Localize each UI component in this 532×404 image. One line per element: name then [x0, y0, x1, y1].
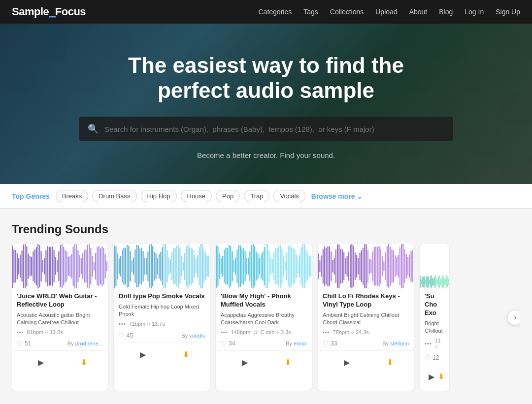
card-controls: ▶ ⬇	[420, 365, 449, 385]
card-tag[interactable]: Carefree	[38, 319, 59, 325]
play-button[interactable]: ▶	[339, 355, 355, 371]
nav-about[interactable]: About	[409, 8, 428, 16]
card-tag[interactable]: Dark	[267, 319, 279, 325]
download-button[interactable]: ⬇	[438, 372, 444, 381]
card-tag[interactable]: Chord	[323, 319, 337, 325]
svg-rect-162	[283, 256, 284, 277]
svg-rect-32	[63, 247, 64, 286]
svg-rect-26	[54, 250, 55, 282]
play-button[interactable]: ▶	[135, 346, 151, 362]
card-tag[interactable]: Chillout	[425, 328, 443, 334]
card-tag[interactable]: Classical	[339, 319, 361, 325]
svg-rect-110	[194, 255, 195, 278]
card-tag[interactable]: Aggressive	[247, 312, 274, 318]
svg-rect-96	[171, 252, 172, 281]
card-author-link[interactable]: eroxx	[294, 341, 307, 346]
card-tag[interactable]: Chillout	[381, 312, 399, 318]
svg-rect-276	[437, 277, 438, 286]
card-tag[interactable]: Hip hop	[151, 304, 169, 310]
card-author-link[interactable]: stellano	[390, 341, 409, 346]
nav-signup[interactable]: Sign Up	[496, 8, 520, 16]
genre-tag-house[interactable]: House	[181, 190, 212, 202]
svg-rect-67	[125, 248, 126, 284]
trending-card-1: Drill type Pop Smoke Vocals ColdFemaleHi…	[114, 244, 210, 391]
download-button[interactable]: ⬇	[387, 358, 393, 367]
card-tag[interactable]: Acoustic	[17, 312, 37, 318]
card-tag[interactable]: Bright	[344, 312, 358, 318]
card-tag[interactable]: Coarse/harsh	[221, 319, 253, 325]
svg-rect-116	[203, 250, 204, 283]
svg-rect-206	[360, 252, 361, 280]
play-button[interactable]: ▶	[33, 355, 49, 371]
chevron-down-icon: ⌄	[357, 192, 363, 200]
play-button[interactable]: ▶	[425, 369, 438, 385]
svg-rect-198	[347, 256, 348, 277]
svg-rect-40	[76, 244, 77, 288]
card-tag[interactable]: Cool	[255, 319, 266, 325]
card-tag[interactable]: Ambient	[323, 312, 342, 318]
card-tag[interactable]: Calming	[17, 319, 36, 325]
genre-tag-hiphop[interactable]: Hip Hop	[141, 190, 177, 202]
card-tag[interactable]: Phonk	[119, 311, 134, 317]
svg-rect-10	[28, 253, 29, 279]
svg-rect-263	[431, 275, 432, 289]
card-tag[interactable]: Bright	[76, 312, 90, 318]
genre-tag-vocals[interactable]: Vocals	[273, 190, 305, 202]
genre-tag-pop[interactable]: Pop	[216, 190, 240, 202]
svg-rect-168	[293, 248, 294, 285]
svg-rect-22	[47, 246, 48, 286]
svg-rect-284	[441, 278, 442, 286]
card-tag[interactable]: Chillout	[61, 319, 79, 325]
svg-rect-95	[170, 259, 171, 273]
svg-rect-56	[101, 246, 102, 286]
svg-rect-230	[398, 255, 399, 278]
svg-rect-127	[227, 248, 228, 284]
card-tag[interactable]: Loop	[171, 304, 183, 310]
card-tags: AcappelasAggressiveBreathyCoarse/harshCo…	[216, 311, 312, 327]
svg-rect-130	[232, 251, 233, 281]
card-tag[interactable]: Female	[132, 304, 150, 310]
card-author-link[interactable]: knodis	[189, 333, 205, 339]
svg-rect-280	[439, 275, 440, 288]
svg-rect-231	[399, 248, 400, 285]
nav-login[interactable]: Log In	[465, 8, 484, 16]
download-button[interactable]: ⬇	[81, 358, 87, 367]
download-button[interactable]: ⬇	[285, 358, 291, 367]
card-author-link[interactable]: prod.rene...	[75, 341, 103, 346]
card-tag[interactable]: Calming	[360, 312, 379, 318]
svg-rect-156	[273, 252, 274, 281]
svg-rect-51	[94, 262, 95, 271]
trending-section: Trending Sounds 'Juice WRLD' Web Guitar …	[0, 209, 532, 401]
next-arrow-button[interactable]: ›	[507, 310, 520, 325]
svg-rect-59	[106, 261, 107, 272]
svg-rect-216	[375, 247, 376, 285]
nav-upload[interactable]: Upload	[375, 8, 397, 16]
browse-more-button[interactable]: Browse more ⌄	[311, 192, 363, 200]
card-tags: BrightChillout	[420, 319, 449, 336]
svg-rect-169	[294, 249, 295, 283]
download-button[interactable]: ⬇	[183, 350, 189, 359]
search-input[interactable]	[104, 125, 444, 133]
play-button[interactable]: ▶	[237, 355, 253, 371]
genre-tag-trap[interactable]: Trap	[244, 190, 269, 202]
nav-blog[interactable]: Blog	[439, 8, 453, 16]
svg-rect-290	[444, 278, 445, 285]
card-tag[interactable]: Breathy	[276, 312, 295, 318]
card-tag[interactable]: Mixed	[185, 304, 199, 310]
genre-tag-breaks[interactable]: Breaks	[56, 190, 88, 202]
nav-tags[interactable]: Tags	[303, 8, 318, 16]
nav-categories[interactable]: Categories	[258, 8, 292, 16]
genre-tag-drumbass[interactable]: Drum Bass	[92, 190, 136, 202]
svg-rect-179	[310, 255, 311, 277]
svg-rect-295	[447, 275, 447, 288]
svg-rect-41	[77, 250, 78, 282]
svg-rect-260	[430, 279, 430, 284]
card-controls: ▶ ⬇	[318, 350, 414, 371]
card-tag[interactable]: Bright	[425, 320, 439, 326]
svg-rect-200	[350, 245, 351, 287]
nav-collections[interactable]: Collections	[330, 8, 364, 16]
svg-rect-106	[188, 245, 189, 288]
card-tag[interactable]: Acoustic guitar	[39, 312, 74, 318]
card-tag[interactable]: Acappelas	[221, 312, 246, 318]
card-tag[interactable]: Cold	[119, 304, 130, 310]
